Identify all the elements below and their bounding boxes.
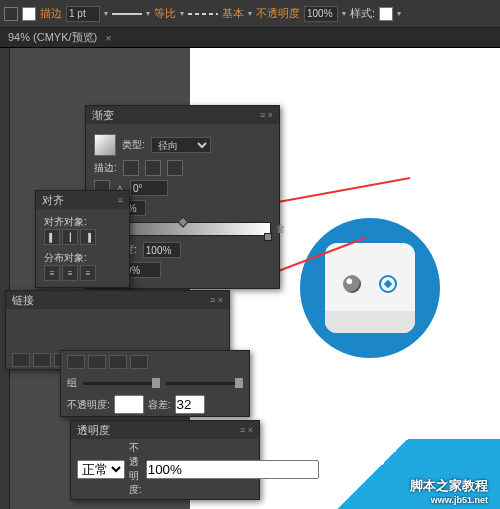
gradient-stop-right[interactable] xyxy=(264,233,272,241)
gradient-type-select[interactable]: 径向 xyxy=(151,137,211,153)
transparency-opacity-input[interactable] xyxy=(146,460,319,479)
tolerance-label: 容差: xyxy=(148,398,171,412)
type-label: 类型: xyxy=(122,138,145,152)
panel-title: 对齐 xyxy=(42,193,64,208)
align-section-label: 对齐对象: xyxy=(44,215,121,229)
group-label: 组 xyxy=(67,376,77,390)
stop-opacity-input[interactable] xyxy=(143,242,181,258)
opacity-label: 不透明度 xyxy=(256,6,300,21)
stroke-label: 描边: xyxy=(94,161,117,175)
dropdown-icon[interactable]: ▾ xyxy=(104,9,108,18)
trash-icon[interactable]: 🗑 xyxy=(276,223,286,234)
panel-title: 渐变 xyxy=(92,108,114,123)
angle-input[interactable] xyxy=(130,180,168,196)
gradient-midpoint[interactable] xyxy=(177,216,188,227)
stroke-style-dash[interactable] xyxy=(188,13,218,15)
link-icon-2[interactable] xyxy=(33,353,51,367)
stroke-label: 描边 xyxy=(40,6,62,21)
close-tab-icon[interactable]: × xyxy=(105,32,111,44)
app-toolbar: 描边 ▾ ▾ 等比 ▾ 基本 ▾ 不透明度 ▾ 样式: ▾ xyxy=(0,0,500,28)
dropdown-icon[interactable]: ▾ xyxy=(397,9,401,18)
pattern-swatch[interactable] xyxy=(379,7,393,21)
gradient-preview-swatch[interactable] xyxy=(94,134,116,156)
panel-menu-icon[interactable]: ≡ × xyxy=(240,425,253,435)
panel-menu-icon[interactable]: ≡ × xyxy=(260,110,273,120)
document-tab[interactable]: 94% (CMYK/预览) xyxy=(8,30,97,45)
panel-menu-icon[interactable]: ≡ xyxy=(118,195,123,205)
options-panel[interactable]: 组 不透明度: 容差: xyxy=(60,350,250,417)
opt-icon-2[interactable] xyxy=(88,355,106,369)
dropdown-icon[interactable]: ▾ xyxy=(180,9,184,18)
align-panel[interactable]: 对齐≡ 对齐对象: ▌ ┃ ▐ 分布对象: ≡ ≡ ≡ xyxy=(35,190,130,288)
pattern-label: 样式: xyxy=(350,6,375,21)
watermark-text: 脚本之家教程 www.jb51.net xyxy=(410,477,488,505)
distribute-2-icon[interactable]: ≡ xyxy=(62,265,78,281)
stroke-swatch[interactable] xyxy=(22,7,36,21)
opacity-input[interactable] xyxy=(304,6,338,22)
tool-strip[interactable] xyxy=(0,48,10,509)
distribute-section-label: 分布对象: xyxy=(44,251,121,265)
artwork-eye-right-selected[interactable] xyxy=(379,275,397,293)
distribute-buttons: ≡ ≡ ≡ xyxy=(44,265,121,281)
stroke-opt-2[interactable] xyxy=(145,160,161,176)
opacity-field[interactable] xyxy=(114,395,144,414)
slider-2[interactable] xyxy=(166,382,243,385)
proportion-label: 等比 xyxy=(154,6,176,21)
distribute-3-icon[interactable]: ≡ xyxy=(80,265,96,281)
style-label: 基本 xyxy=(222,6,244,21)
stroke-style-solid[interactable] xyxy=(112,13,142,15)
stroke-weight-input[interactable] xyxy=(66,6,100,22)
dropdown-icon[interactable]: ▾ xyxy=(146,9,150,18)
tolerance-field[interactable] xyxy=(175,395,205,414)
opt-icon-4[interactable] xyxy=(130,355,148,369)
stroke-opt-3[interactable] xyxy=(167,160,183,176)
fill-swatch[interactable] xyxy=(4,7,18,21)
stroke-opt-1[interactable] xyxy=(123,160,139,176)
dropdown-icon[interactable]: ▾ xyxy=(342,9,346,18)
blend-mode-select[interactable]: 正常 xyxy=(77,460,125,479)
align-left-icon[interactable]: ▌ xyxy=(44,229,60,245)
document-tabbar: 94% (CMYK/预览) × xyxy=(0,28,500,48)
opacity-label: 不透明度: xyxy=(129,441,142,497)
align-buttons: ▌ ┃ ▐ xyxy=(44,229,121,245)
slider-1[interactable] xyxy=(83,382,160,385)
link-icon-1[interactable] xyxy=(12,353,30,367)
panel-title: 透明度 xyxy=(77,423,110,438)
panel-title: 链接 xyxy=(12,293,34,308)
opt-icon-3[interactable] xyxy=(109,355,127,369)
transparency-panel[interactable]: 透明度≡ × 正常 不透明度: xyxy=(70,420,260,500)
panel-menu-icon[interactable]: ≡ × xyxy=(210,295,223,305)
opacity-label: 不透明度: xyxy=(67,398,110,412)
align-right-icon[interactable]: ▐ xyxy=(80,229,96,245)
dropdown-icon[interactable]: ▾ xyxy=(248,9,252,18)
align-hcenter-icon[interactable]: ┃ xyxy=(62,229,78,245)
distribute-1-icon[interactable]: ≡ xyxy=(44,265,60,281)
opt-icon-1[interactable] xyxy=(67,355,85,369)
